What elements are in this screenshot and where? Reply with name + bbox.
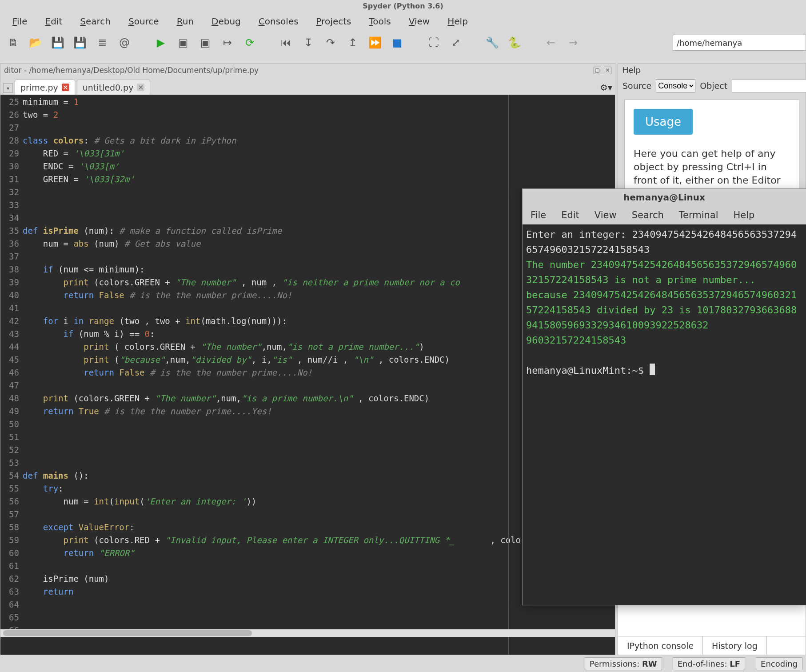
menu-tools[interactable]: Tools bbox=[360, 16, 399, 27]
list-icon[interactable]: ≣ bbox=[96, 36, 108, 49]
terminal-menu-view[interactable]: View bbox=[595, 210, 617, 220]
line-number-gutter: 25 26 27 28 29 30 31 32 33 34 35 36 37 3… bbox=[0, 95, 22, 655]
usage-badge: Usage bbox=[634, 109, 693, 135]
terminal-line-2: The number 23409475425426484565635372946… bbox=[526, 259, 797, 285]
step-over-icon[interactable]: ↷ bbox=[324, 36, 337, 49]
fullscreen-icon[interactable]: ⤢ bbox=[450, 36, 462, 49]
editor-close-icon[interactable]: ✕ bbox=[604, 67, 611, 74]
ipython-bottom-tabs: IPython consoleHistory log bbox=[618, 636, 806, 655]
object-label: Object bbox=[700, 81, 727, 91]
menu-consoles[interactable]: Consoles bbox=[250, 16, 307, 27]
menu-help[interactable]: Help bbox=[439, 16, 477, 27]
editor-horizontal-scrollbar[interactable] bbox=[0, 629, 615, 637]
terminal-menu-file[interactable]: File bbox=[531, 210, 546, 220]
play-icon[interactable]: ▶ bbox=[155, 36, 167, 49]
editor-options-gear-icon[interactable]: ⚙▾ bbox=[600, 82, 612, 93]
editor-path-label: ditor - /home/hemanya/Desktop/Old Home/D… bbox=[4, 66, 259, 75]
help-panel-title: Help bbox=[618, 64, 806, 76]
python-icon[interactable]: 🐍 bbox=[508, 36, 521, 49]
tab-close-icon[interactable]: ✕ bbox=[137, 84, 144, 91]
tab-list-dropdown[interactable]: ▾ bbox=[3, 83, 13, 93]
object-input[interactable] bbox=[732, 79, 806, 92]
terminal-menu-terminal[interactable]: Terminal bbox=[679, 210, 718, 220]
tab-untitled0-py[interactable]: untitled0.py✕ bbox=[77, 80, 151, 95]
menu-run[interactable]: Run bbox=[168, 16, 203, 27]
terminal-body[interactable]: Enter an integer: 2340947542542648456563… bbox=[523, 224, 806, 605]
tab-prime-py[interactable]: prime.py✕ bbox=[15, 80, 75, 95]
save-all-icon[interactable]: 💾 bbox=[74, 36, 86, 49]
terminal-menu-edit[interactable]: Edit bbox=[561, 210, 579, 220]
terminal-line-1: Enter an integer: 2340947542542648456563… bbox=[526, 229, 797, 255]
window-title: Spyder (Python 3.6) bbox=[0, 0, 806, 12]
terminal-line-4: 96032157224158543 bbox=[526, 335, 626, 346]
tab-label: prime.py bbox=[20, 83, 58, 92]
step-into-icon[interactable]: ↧ bbox=[302, 36, 315, 49]
bottom-tab-ipython-console[interactable]: IPython console bbox=[618, 636, 703, 655]
bottom-tab-history-log[interactable]: History log bbox=[703, 636, 767, 655]
source-select[interactable]: Console bbox=[656, 79, 695, 92]
source-label: Source bbox=[622, 81, 651, 91]
at-symbol-icon[interactable]: @ bbox=[118, 36, 131, 49]
menu-search[interactable]: Search bbox=[71, 16, 120, 27]
working-directory-input[interactable]: /home/hemanya bbox=[673, 35, 806, 51]
terminal-window[interactable]: hemanya@Linux FileEditViewSearchTerminal… bbox=[522, 188, 806, 605]
menu-debug[interactable]: Debug bbox=[203, 16, 250, 27]
tab-label: untitled0.py bbox=[83, 83, 134, 92]
editor-tabbar: ▾ prime.py✕untitled0.py✕ ⚙▾ bbox=[0, 77, 615, 95]
step-out-icon[interactable]: ↥ bbox=[347, 36, 359, 49]
stop-icon[interactable]: ■ bbox=[391, 36, 403, 49]
new-file-icon[interactable]: 🗎 bbox=[7, 36, 20, 49]
back-icon[interactable]: ← bbox=[545, 36, 557, 49]
forward-icon[interactable]: → bbox=[567, 36, 579, 49]
status-bar: Permissions: RW End-of-lines: LF Encodin… bbox=[0, 655, 806, 672]
step-icon[interactable]: ↦ bbox=[221, 36, 234, 49]
menu-edit[interactable]: Edit bbox=[36, 16, 71, 27]
fast-forward-icon[interactable]: ⏩ bbox=[369, 36, 381, 49]
reload-icon[interactable]: ⟳ bbox=[243, 36, 256, 49]
wrench-icon[interactable]: 🔧 bbox=[486, 36, 499, 49]
tab-close-icon[interactable]: ✕ bbox=[62, 84, 69, 91]
menu-file[interactable]: File bbox=[4, 16, 36, 27]
editor-panel-header: ditor - /home/hemanya/Desktop/Old Home/D… bbox=[0, 64, 615, 77]
menubar: FileEditSearchSourceRunDebugConsolesProj… bbox=[0, 12, 806, 30]
terminal-menubar: FileEditViewSearchTerminalHelp bbox=[523, 206, 806, 224]
menu-projects[interactable]: Projects bbox=[307, 16, 360, 27]
menu-view[interactable]: View bbox=[400, 16, 439, 27]
first-icon[interactable]: ⏮ bbox=[280, 36, 292, 49]
terminal-menu-search[interactable]: Search bbox=[632, 210, 664, 220]
editor-maximize-icon[interactable]: ▢ bbox=[594, 67, 601, 74]
menu-source[interactable]: Source bbox=[120, 16, 168, 27]
run-cell-advance-icon[interactable]: ▣ bbox=[199, 36, 211, 49]
terminal-cursor bbox=[650, 364, 655, 375]
open-file-icon[interactable]: 📂 bbox=[29, 36, 42, 49]
save-file-icon[interactable]: 💾 bbox=[52, 36, 64, 49]
run-cell-icon[interactable]: ▣ bbox=[177, 36, 189, 49]
expand-icon[interactable]: ⛶ bbox=[427, 36, 440, 49]
terminal-line-3: because 23409475425426484565635372946574… bbox=[526, 289, 797, 331]
terminal-menu-help[interactable]: Help bbox=[734, 210, 755, 220]
terminal-prompt: hemanya@LinuxMint:~$ bbox=[526, 365, 650, 376]
terminal-title: hemanya@Linux bbox=[523, 189, 806, 206]
